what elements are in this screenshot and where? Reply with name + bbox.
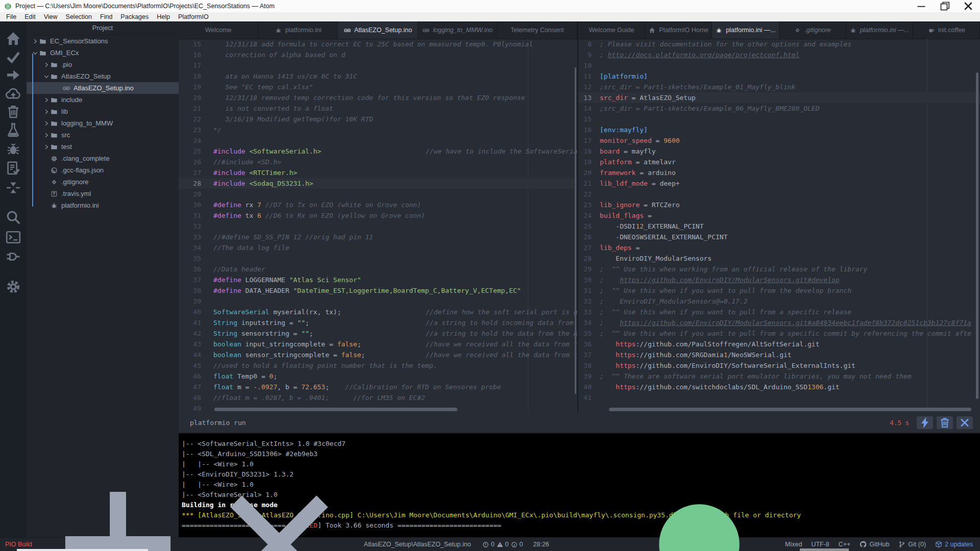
- tree-view: Project EC_SensorStationsGMI_ECx.pioAtla…: [27, 21, 179, 537]
- tree-item-logging_to_mmw[interactable]: logging_to_MMW: [27, 117, 179, 129]
- close-button[interactable]: [957, 0, 980, 12]
- chevron-right-icon[interactable]: [43, 109, 50, 115]
- chevron-right-icon[interactable]: [43, 120, 50, 127]
- close-terminal-tab-button[interactable]: [203, 468, 356, 551]
- menu-edit[interactable]: Edit: [20, 12, 40, 21]
- updates-available[interactable]: 2 updates: [935, 541, 973, 548]
- code-line-38: 38 https://github.com/EnviroDIY/Software…: [578, 360, 980, 371]
- terminal-tabs-scrollbar[interactable]: [17, 549, 148, 551]
- menu-find[interactable]: Find: [96, 12, 116, 21]
- tree-item-src[interactable]: src: [27, 129, 179, 141]
- settings-button[interactable]: [0, 279, 27, 295]
- editor-pane-left[interactable]: Welcomeplatformio.iniAtlasEZO_Setup.inol…: [179, 21, 577, 412]
- github-status[interactable]: GitHub: [860, 541, 889, 548]
- build-button[interactable]: [0, 49, 27, 65]
- code-line-32: 32; EnviroDIY_ModularSensors@=0.17.2: [578, 296, 980, 307]
- tree-item-atlasezo_setup.ino[interactable]: AtlasEZO_Setup.ino: [27, 82, 179, 94]
- pio-home-button[interactable]: [0, 31, 27, 47]
- git-status[interactable]: Git (0): [898, 541, 926, 548]
- rerun-button[interactable]: [917, 416, 933, 429]
- remote-upload-button[interactable]: [0, 85, 27, 102]
- find-button[interactable]: [0, 209, 27, 226]
- active-file-path[interactable]: AtlasEZO_Setup\AtlasEZO_Setup.ino: [364, 541, 471, 548]
- tree-item-.gitignore[interactable]: .gitignore: [27, 176, 179, 188]
- test-button[interactable]: [0, 122, 27, 138]
- chevron-right-icon[interactable]: [32, 38, 39, 44]
- chevron-right-icon[interactable]: [43, 97, 50, 103]
- tab-logging-to-mmw.ino[interactable]: logging_to_MMW.ino: [418, 21, 498, 39]
- tree-item-include[interactable]: include: [27, 94, 179, 106]
- line-number: 33: [578, 307, 597, 317]
- tree-item-platformio.ini[interactable]: platformio.ini: [27, 199, 179, 211]
- tab-.gitignore[interactable]: .gitignore: [779, 21, 846, 39]
- line-number: 29: [179, 189, 208, 199]
- editor-pane-right[interactable]: Welcome GuidePlatformIO Homeplatformio.i…: [578, 21, 980, 412]
- tab-platformio.ini-...[interactable]: platformio.ini —...: [846, 21, 913, 39]
- chevron-right-icon[interactable]: [43, 144, 50, 150]
- tree-item-.travis.yml[interactable]: .travis.yml: [27, 188, 179, 199]
- diagnostics-summary[interactable]: 0 0 0: [482, 541, 523, 548]
- tab-platformio.ini-...[interactable]: platformio.ini —...: [712, 21, 779, 39]
- menu-packages[interactable]: Packages: [116, 12, 153, 21]
- code-line-17: 17monitor_speed = 9600: [578, 135, 980, 146]
- restore-button[interactable]: [933, 0, 957, 12]
- terminal-button[interactable]: [0, 229, 27, 245]
- tree-item-gmi_ecx[interactable]: GMI_ECx: [27, 47, 179, 59]
- add-terminal-button[interactable]: [41, 468, 194, 551]
- menu-file[interactable]: File: [2, 12, 20, 21]
- tab-label: Welcome Guide: [589, 27, 634, 34]
- code-line-24: 24build_flags =: [578, 210, 980, 221]
- line-number: 17: [578, 135, 597, 146]
- tab-telemetry-consent[interactable]: Telemetry Consent: [498, 21, 577, 39]
- code-line-34: 34; https://github.com/EnviroDIY/Modular…: [578, 317, 980, 328]
- upload-button[interactable]: [0, 67, 27, 83]
- editor-atlasezo-setup-ino[interactable]: 15 12/31/18 add formula to correct EC to…: [179, 39, 577, 412]
- statusbar-scrollbar[interactable]: [800, 548, 849, 551]
- clear-terminal-button[interactable]: [937, 416, 953, 429]
- tree-item-.clang_complete[interactable]: .clang_complete: [27, 153, 179, 164]
- line-number: 29: [578, 264, 597, 274]
- menu-platformio[interactable]: PlatformIO: [174, 12, 213, 21]
- encoding-selector[interactable]: UTF-8: [811, 541, 829, 548]
- chevron-down-icon[interactable]: [43, 73, 50, 80]
- tree-item-.gcc-flags.json[interactable]: .gcc-flags.json: [27, 164, 179, 176]
- tab-init.coffee[interactable]: init.coffee: [913, 21, 980, 39]
- debug-button[interactable]: [0, 141, 27, 157]
- code-line-33: 33//#define SD_SS_PIN 12 //orig had pin …: [179, 232, 577, 242]
- chevron-spacer: [55, 85, 62, 91]
- line-number: 39: [179, 296, 208, 307]
- tab-welcome-guide[interactable]: Welcome Guide: [578, 21, 645, 39]
- horizontal-scrollbar[interactable]: [609, 408, 971, 411]
- menu-selection[interactable]: Selection: [62, 12, 96, 21]
- horizontal-scrollbar[interactable]: [214, 408, 457, 411]
- fold-button[interactable]: [0, 180, 27, 196]
- chevron-right-icon[interactable]: [43, 132, 50, 138]
- vertical-scrollbar[interactable]: [575, 67, 576, 394]
- tree-item-atlasezo_setup[interactable]: AtlasEZO_Setup: [27, 70, 179, 82]
- menu-help[interactable]: Help: [153, 12, 174, 21]
- json-icon: [50, 167, 58, 174]
- cursor-position[interactable]: 28:26: [533, 541, 549, 548]
- close-terminal-button[interactable]: [957, 416, 973, 429]
- tasks-button[interactable]: [0, 160, 27, 176]
- grammar-selector[interactable]: C++: [839, 541, 851, 548]
- tab-platformio.ini[interactable]: platformio.ini: [258, 21, 338, 39]
- chevron-right-icon[interactable]: [43, 62, 50, 68]
- line-ending-selector[interactable]: Mixed: [785, 541, 802, 548]
- tree-item-test[interactable]: test: [27, 141, 179, 153]
- line-number: 34: [578, 317, 597, 328]
- tree-item-.pio[interactable]: .pio: [27, 59, 179, 70]
- menu-view[interactable]: View: [40, 12, 62, 21]
- tree-item-ec_sensorstations[interactable]: EC_SensorStations: [27, 35, 179, 47]
- tabbar-left: Welcomeplatformio.iniAtlasEZO_Setup.inol…: [179, 21, 577, 39]
- minimize-button[interactable]: [910, 0, 933, 12]
- tab-welcome[interactable]: Welcome: [179, 21, 258, 39]
- serial-monitor-button[interactable]: [0, 248, 27, 264]
- tab-platformio-home[interactable]: PlatformIO Home: [645, 21, 712, 39]
- vertical-scrollbar[interactable]: [976, 72, 978, 399]
- clean-button[interactable]: [0, 104, 27, 120]
- terminal-tab-pio-build[interactable]: PIO Build: [5, 541, 32, 548]
- editor-platformio-ini[interactable]: 8; Please visit documentation for the ot…: [578, 39, 980, 412]
- tree-item-lib[interactable]: lib: [27, 106, 179, 117]
- tab-atlasezo-setup.ino[interactable]: AtlasEZO_Setup.ino: [338, 21, 418, 39]
